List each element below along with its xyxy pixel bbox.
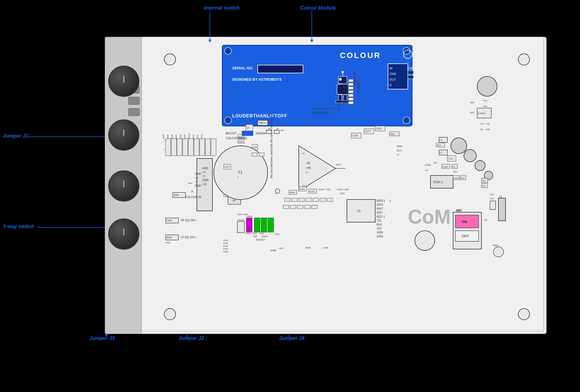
svg-text:+V: +V <box>195 176 199 179</box>
svg-point-3 <box>225 117 231 124</box>
internal-switch-label: Internal switch <box>204 5 240 11</box>
svg-point-165 <box>477 76 497 96</box>
svg-point-238 <box>518 309 530 320</box>
svg-text:C131: C131 <box>448 157 454 160</box>
svg-text:LOUDERTHANLIFTOFF: LOUDERTHANLIFTOFF <box>232 113 287 118</box>
svg-text:C207: C207 <box>224 166 230 168</box>
svg-text:T3: T3 <box>357 209 361 213</box>
svg-text:DT82: DT82 <box>223 239 228 241</box>
svg-rect-266 <box>266 130 271 134</box>
svg-text:SERIAL NO.: SERIAL NO. <box>232 66 253 70</box>
svg-text:C1: C1 <box>452 166 455 168</box>
svg-text:D233: D233 <box>238 141 243 143</box>
svg-text:971: 971 <box>343 97 347 100</box>
svg-text:CoM: CoM <box>408 206 451 228</box>
svg-text:R52: R52 <box>453 171 457 173</box>
svg-point-240 <box>518 54 530 65</box>
colour-module-line <box>312 11 312 40</box>
svg-rect-249 <box>290 205 296 209</box>
svg-rect-119 <box>242 131 253 136</box>
svg-text:WHT: WHT <box>377 207 383 210</box>
svg-text:ON: ON <box>462 220 467 224</box>
jumper-j3-arrow <box>105 334 108 337</box>
svg-text:R31: R31 <box>390 133 395 136</box>
svg-text:R33: R33 <box>437 144 441 147</box>
svg-text:SW7: SW7 <box>243 213 248 216</box>
svg-rect-36 <box>348 79 353 82</box>
svg-text:GRN: GRN <box>377 231 383 234</box>
svg-text:LF EQ  ON->: LF EQ ON-> <box>181 236 197 239</box>
xlr-connector-2 <box>128 97 140 105</box>
svg-text:GND: GND <box>389 72 396 76</box>
svg-text:OUT: OUT <box>336 163 342 166</box>
svg-rect-72 <box>211 139 216 156</box>
svg-text:+V: +V <box>425 169 428 172</box>
svg-rect-176 <box>268 218 274 232</box>
svg-rect-37 <box>348 83 353 86</box>
svg-text:#57: #57 <box>433 162 437 164</box>
svg-text:C128: C128 <box>352 134 358 137</box>
svg-rect-65 <box>171 139 176 156</box>
svg-text:SW3: SW3 <box>259 232 264 235</box>
svg-text:IN: IN <box>389 67 393 70</box>
svg-text:C185: C185 <box>323 247 329 249</box>
svg-text:J2: J2 <box>268 128 270 130</box>
svg-text:VIO: VIO <box>377 227 381 230</box>
svg-text:COM: COM <box>425 164 431 166</box>
svg-text:A: A <box>191 190 193 193</box>
svg-text:DT86: DT86 <box>223 251 228 253</box>
svg-text:-V: -V <box>195 180 198 183</box>
svg-rect-8 <box>258 65 303 73</box>
jumper-j3-label: Jumper J3 <box>89 335 115 341</box>
colour-module-label: Colour Module <box>300 5 336 11</box>
internal-switch-arrow <box>208 40 212 42</box>
svg-text:953: 953 <box>343 101 347 104</box>
knob-4[interactable] <box>108 219 139 250</box>
svg-text:C21: C21 <box>461 177 464 179</box>
svg-text:RED  1: RED 1 <box>377 215 385 218</box>
svg-rect-66 <box>177 139 182 156</box>
svg-text:+V: +V <box>202 171 206 174</box>
svg-text:C158: C158 <box>442 166 448 168</box>
svg-text:861: 861 <box>343 79 347 82</box>
svg-text:GND: GND <box>195 184 201 187</box>
svg-point-223 <box>475 160 485 171</box>
svg-rect-187 <box>237 221 244 233</box>
svg-rect-174 <box>254 218 260 232</box>
svg-text:+: + <box>237 176 239 179</box>
svg-text:SW5: SW5 <box>166 219 172 222</box>
svg-text:DT84: DT84 <box>223 245 228 247</box>
svg-rect-267 <box>274 130 279 134</box>
svg-text:C153: C153 <box>309 190 315 193</box>
svg-point-11 <box>339 78 342 81</box>
svg-point-2 <box>403 48 410 54</box>
knob-1[interactable] <box>108 66 139 97</box>
knob-2[interactable] <box>108 119 139 151</box>
svg-text:GND: GND <box>202 179 208 182</box>
jumper-j2-label: Jumper J2 <box>178 335 204 341</box>
svg-rect-215 <box>313 198 319 202</box>
svg-text:AIR: AIR <box>253 235 257 238</box>
jumper-j2-line-v <box>187 333 187 338</box>
knob-3[interactable] <box>108 170 139 202</box>
svg-point-233 <box>493 247 504 257</box>
svg-rect-25 <box>408 71 413 74</box>
svg-text:BRN  5: BRN 5 <box>377 199 385 202</box>
svg-text:R25: R25 <box>470 101 474 104</box>
svg-rect-173 <box>259 153 264 156</box>
svg-text:R164 C198: R164 C198 <box>337 188 349 191</box>
svg-text:R165: R165 <box>319 188 324 191</box>
svg-text:SW2: SW2 <box>252 232 257 235</box>
svg-text:FID2: FID2 <box>493 244 498 247</box>
svg-text:BLK: BLK <box>377 223 382 226</box>
svg-rect-26 <box>408 75 413 79</box>
svg-text:COLOUR MODE: COLOUR MODE <box>226 137 247 140</box>
svg-rect-214 <box>306 198 312 202</box>
svg-text:C39: C39 <box>483 105 487 108</box>
svg-text:SW4: SW4 <box>166 236 172 239</box>
svg-rect-69 <box>194 139 199 156</box>
svg-text:SWB: SWB <box>270 249 276 252</box>
main-container: COLOUR SERIAL NO. DESIGNED BY ASTROBOYS … <box>0 0 580 392</box>
svg-text:GND: GND <box>202 167 208 170</box>
svg-rect-217 <box>327 198 333 202</box>
